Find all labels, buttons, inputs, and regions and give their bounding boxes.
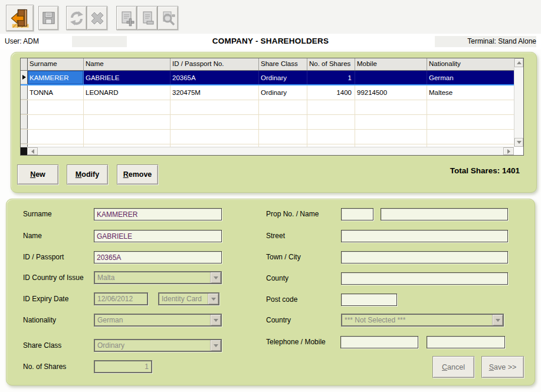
row-selector xyxy=(21,100,28,114)
id-passport-input[interactable] xyxy=(94,251,222,263)
id-passport-label: ID / Passport xyxy=(23,253,64,261)
surname-label: Surname xyxy=(23,210,52,218)
scroll-down-button[interactable] xyxy=(514,138,523,147)
exit-button[interactable] xyxy=(6,5,34,31)
grid-cell-id[interactable]: 320475M xyxy=(171,85,259,100)
id-type-combobox: Identity Card xyxy=(158,292,219,305)
post-code-input[interactable] xyxy=(341,294,397,306)
grid-cell-mobile[interactable] xyxy=(355,71,427,84)
new-button[interactable]: New xyxy=(17,164,58,185)
grid-cell-nationality[interactable]: Maltese xyxy=(427,85,514,100)
remove-button[interactable]: Remove xyxy=(117,164,158,185)
grid-cell-shares[interactable]: 1 xyxy=(307,71,355,84)
grid-empty-row xyxy=(21,130,514,144)
save-icon xyxy=(41,10,57,26)
grid-vertical-scrollbar[interactable] xyxy=(514,58,523,147)
telephone-input[interactable] xyxy=(340,336,418,348)
page-title: COMPANY - SHAREHOLDERS xyxy=(0,37,541,45)
scroll-up-button[interactable] xyxy=(514,58,523,67)
chevron-down-icon xyxy=(214,344,218,347)
grid-cell-surname[interactable]: KAMMERER xyxy=(28,71,84,84)
prop-no-input[interactable] xyxy=(341,208,373,220)
toolbar xyxy=(0,0,541,34)
cancel-button[interactable]: Cancel xyxy=(432,356,474,378)
row-selector xyxy=(21,115,28,129)
column-header-nationality[interactable]: Nationality xyxy=(427,58,514,70)
grid-cell-id[interactable]: 20365A xyxy=(171,71,259,84)
scroll-left-button[interactable] xyxy=(27,147,38,155)
surname-input[interactable] xyxy=(94,208,222,220)
nationality-label: Nationality xyxy=(23,316,56,324)
shareholders-panel: Surname Name ID / Passport No. Share Cla… xyxy=(11,52,537,193)
column-header-name[interactable]: Name xyxy=(84,58,171,70)
grid-body: KAMMERER GABRIELE 20365A Ordinary 1 Germ… xyxy=(21,71,514,148)
scroll-right-button[interactable] xyxy=(503,147,514,155)
prop-no-name-label: Prop No. / Name xyxy=(266,210,319,218)
grid-horizontal-scrollbar[interactable] xyxy=(21,147,514,155)
row-selector[interactable] xyxy=(21,71,28,84)
grid-row-selected[interactable]: KAMMERER GABRIELE 20365A Ordinary 1 Germ… xyxy=(21,71,514,85)
grid-cell-share-class[interactable]: Ordinary xyxy=(259,71,307,84)
street-label: Street xyxy=(266,232,285,240)
country-combobox: *** Not Selected *** xyxy=(341,314,504,327)
name-input[interactable] xyxy=(94,230,222,242)
id-expiry-date-input xyxy=(94,292,148,305)
report-add-button[interactable] xyxy=(116,6,137,30)
id-country-of-issue-combobox: Malta xyxy=(94,271,222,284)
no-of-shares-input xyxy=(94,360,152,373)
refresh-button[interactable] xyxy=(66,6,87,30)
report-button[interactable] xyxy=(137,6,158,30)
row-selector[interactable] xyxy=(21,85,28,100)
grid-row[interactable]: TONNA LEONARD 320475M Ordinary 1400 9921… xyxy=(21,85,514,100)
share-class-label: Share Class xyxy=(23,341,61,350)
right-arrow-icon xyxy=(507,149,510,154)
title-bar: User: ADM COMPANY - SHAREHOLDERS Termina… xyxy=(0,34,541,50)
street-input[interactable] xyxy=(341,230,508,242)
save-button[interactable] xyxy=(38,6,58,30)
county-label: County xyxy=(266,274,288,282)
grid-cell-name[interactable]: LEONARD xyxy=(84,85,171,100)
cancel-icon xyxy=(89,10,106,27)
no-of-shares-label: No. of Shares xyxy=(23,363,66,371)
column-header-surname[interactable]: Surname xyxy=(28,58,84,70)
report-search-button[interactable] xyxy=(158,6,178,30)
town-city-label: Town / City xyxy=(266,253,301,261)
grid-empty-row xyxy=(21,115,514,130)
county-input[interactable] xyxy=(341,272,508,285)
telephone-mobile-label: Telephone / Mobile xyxy=(266,338,326,346)
prop-name-input[interactable] xyxy=(381,208,508,220)
refresh-icon xyxy=(68,10,85,27)
dropdown-button xyxy=(210,272,221,283)
grid-cell-shares[interactable]: 1400 xyxy=(307,85,355,100)
shareholders-grid: Surname Name ID / Passport No. Share Cla… xyxy=(20,58,524,156)
town-city-input[interactable] xyxy=(341,251,508,263)
grid-cell-nationality[interactable]: German xyxy=(427,71,514,84)
column-header-mobile[interactable]: Mobile xyxy=(355,58,427,70)
up-arrow-icon xyxy=(517,61,522,64)
mobile-input[interactable] xyxy=(427,336,505,348)
cancel-action-button[interactable] xyxy=(87,6,107,30)
grid-cell-name[interactable]: GABRIELE xyxy=(84,71,171,84)
terminal-label: Terminal: Stand Alone xyxy=(467,37,536,45)
dropdown-button xyxy=(492,315,503,325)
grid-cell-surname[interactable]: TONNA xyxy=(28,85,84,100)
row-selector xyxy=(21,130,28,144)
column-header-id-passport[interactable]: ID / Passport No. xyxy=(171,58,259,70)
exit-icon xyxy=(10,8,30,29)
left-arrow-icon xyxy=(31,149,34,154)
share-class-combobox: Ordinary xyxy=(94,339,222,352)
column-header-no-of-shares[interactable]: No. of Shares xyxy=(307,58,355,70)
grid-corner-cell xyxy=(21,58,28,70)
app-window: User: ADM COMPANY - SHAREHOLDERS Termina… xyxy=(0,0,541,392)
name-label: Name xyxy=(23,232,42,240)
id-expiry-date-label: ID Expiry Date xyxy=(23,295,68,303)
post-code-label: Post code xyxy=(266,295,297,304)
grid-header-row: Surname Name ID / Passport No. Share Cla… xyxy=(21,58,514,71)
modify-button[interactable]: Modify xyxy=(67,164,108,185)
grid-cell-share-class[interactable]: Ordinary xyxy=(259,85,307,100)
grid-cell-mobile[interactable]: 99214500 xyxy=(355,85,427,100)
dropdown-button xyxy=(210,340,221,351)
chevron-down-icon xyxy=(214,276,218,279)
save-button-form[interactable]: Save >> xyxy=(481,356,524,378)
column-header-share-class[interactable]: Share Class xyxy=(259,58,307,70)
